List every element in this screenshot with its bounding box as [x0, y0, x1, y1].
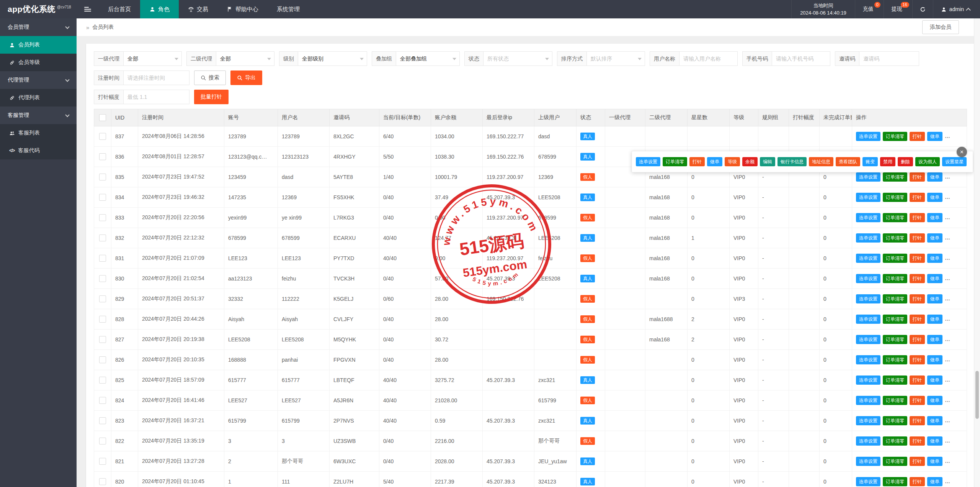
more-actions-button[interactable]: … — [945, 438, 951, 444]
more-actions-button[interactable]: … — [945, 275, 951, 281]
batch-needle-button[interactable]: 批量打针 — [194, 90, 229, 104]
action-button-订单清零[interactable]: 订单清零 — [883, 335, 907, 344]
popup-action-等级[interactable]: 等级 — [725, 157, 740, 166]
action-button-连单设置[interactable]: 连单设置 — [856, 436, 880, 446]
close-icon[interactable]: × — [957, 147, 967, 157]
action-button-打针[interactable]: 打针 — [910, 416, 925, 425]
filter-text-input[interactable]: 请输入手机号码 — [772, 52, 830, 66]
action-button-订单清零[interactable]: 订单清零 — [883, 193, 907, 202]
popup-action-余额[interactable]: 余额 — [742, 157, 758, 166]
sidebar-group-3[interactable]: 客服管理 — [0, 107, 77, 124]
action-button-连单设置[interactable]: 连单设置 — [856, 193, 880, 202]
more-actions-button[interactable]: … — [945, 356, 951, 362]
more-actions-button[interactable]: … — [945, 214, 951, 220]
action-button-订单清零[interactable]: 订单清零 — [883, 254, 907, 263]
sidebar-item-代理列表[interactable]: 代理列表 — [0, 89, 77, 107]
action-button-做单[interactable]: 做单 — [927, 396, 942, 405]
action-button-连单设置[interactable]: 连单设置 — [856, 213, 880, 222]
action-button-打针[interactable]: 打针 — [910, 436, 925, 446]
sidebar-group-1[interactable]: 会员管理 — [0, 18, 77, 36]
row-checkbox[interactable] — [99, 275, 106, 282]
action-button-订单清零[interactable]: 订单清零 — [883, 355, 907, 364]
scrollbar-thumb[interactable] — [975, 371, 979, 419]
admin-user-menu[interactable]: admin — [933, 0, 980, 18]
filter-select-value[interactable]: 全部 — [124, 52, 181, 66]
sidebar-item-客服列表[interactable]: 客服列表 — [0, 124, 77, 142]
action-button-做单[interactable]: 做单 — [927, 355, 942, 364]
hamburger-menu-icon[interactable] — [77, 0, 99, 18]
action-button-做单[interactable]: 做单 — [927, 193, 942, 202]
row-checkbox[interactable] — [99, 133, 106, 140]
action-button-做单[interactable]: 做单 — [927, 477, 942, 486]
filter-text-input[interactable]: 请输入用户名称 — [679, 52, 737, 66]
action-button-做单[interactable]: 做单 — [927, 254, 942, 263]
action-button-打针[interactable]: 打针 — [910, 375, 925, 385]
action-button-连单设置[interactable]: 连单设置 — [856, 335, 880, 344]
action-button-打针[interactable]: 打针 — [910, 193, 925, 202]
popup-action-编辑[interactable]: 编辑 — [760, 157, 775, 166]
nav-item-5[interactable]: 系统管理 — [268, 0, 309, 18]
popup-action-查看团队[interactable]: 查看团队 — [836, 157, 860, 166]
action-button-连单设置[interactable]: 连单设置 — [856, 233, 880, 243]
action-button-做单[interactable]: 做单 — [927, 416, 942, 425]
row-checkbox[interactable] — [99, 174, 106, 180]
filter-select-value[interactable]: 默认排序 — [587, 52, 645, 66]
action-button-打针[interactable]: 打针 — [910, 132, 925, 141]
row-checkbox[interactable] — [99, 336, 106, 343]
sidebar-item-会员等级[interactable]: 会员等级 — [0, 54, 77, 71]
row-checkbox[interactable] — [99, 377, 106, 384]
select-all-checkbox[interactable] — [99, 114, 106, 121]
row-checkbox[interactable] — [99, 194, 106, 201]
action-button-打针[interactable]: 打针 — [910, 254, 925, 263]
action-button-打针[interactable]: 打针 — [910, 335, 925, 344]
action-button-连单设置[interactable]: 连单设置 — [856, 375, 880, 385]
row-checkbox[interactable] — [99, 458, 106, 465]
nav-item-2[interactable]: 角色 — [140, 0, 179, 18]
more-actions-button[interactable]: … — [945, 234, 951, 241]
action-button-连单设置[interactable]: 连单设置 — [856, 254, 880, 263]
row-checkbox[interactable] — [99, 234, 106, 241]
action-button-做单[interactable]: 做单 — [927, 294, 942, 303]
more-actions-button[interactable]: … — [945, 478, 951, 484]
action-button-做单[interactable]: 做单 — [927, 233, 942, 243]
action-button-做单[interactable]: 做单 — [927, 436, 942, 446]
row-checkbox[interactable] — [99, 356, 106, 363]
action-button-订单清零[interactable]: 订单清零 — [883, 375, 907, 385]
more-actions-button[interactable]: … — [945, 194, 951, 200]
action-button-订单清零[interactable]: 订单清零 — [883, 396, 907, 405]
row-checkbox[interactable] — [99, 255, 106, 262]
popup-action-删除[interactable]: 删除 — [898, 157, 913, 166]
more-actions-button[interactable]: … — [945, 133, 951, 139]
popup-action-连单设置[interactable]: 连单设置 — [636, 157, 660, 166]
row-checkbox[interactable] — [99, 417, 106, 424]
popup-action-禁用[interactable]: 禁用 — [880, 157, 895, 166]
popup-action-订单清零[interactable]: 订单清零 — [663, 157, 687, 166]
action-button-打针[interactable]: 打针 — [910, 457, 925, 466]
popup-action-账变[interactable]: 账变 — [862, 157, 878, 166]
nav-item-1[interactable]: 后台首页 — [99, 0, 140, 18]
popup-action-打针[interactable]: 打针 — [689, 157, 705, 166]
nav-item-3[interactable]: 交易 — [179, 0, 217, 18]
action-button-连单设置[interactable]: 连单设置 — [856, 355, 880, 364]
row-checkbox[interactable] — [99, 316, 106, 323]
row-checkbox[interactable] — [99, 478, 106, 485]
action-button-打针[interactable]: 打针 — [910, 294, 925, 303]
action-button-打针[interactable]: 打针 — [910, 396, 925, 405]
filter-select-value[interactable]: 全部叠加组 — [396, 52, 459, 66]
more-actions-button[interactable]: … — [945, 458, 951, 464]
action-button-做单[interactable]: 做单 — [927, 213, 942, 222]
action-button-订单清零[interactable]: 订单清零 — [883, 233, 907, 243]
action-button-连单设置[interactable]: 连单设置 — [856, 172, 880, 182]
more-actions-button[interactable]: … — [945, 295, 951, 302]
action-button-订单清零[interactable]: 订单清零 — [883, 315, 907, 324]
export-button[interactable]: 导出 — [230, 71, 262, 85]
action-button-做单[interactable]: 做单 — [927, 335, 942, 344]
more-actions-button[interactable]: … — [945, 417, 951, 423]
action-button-连单设置[interactable]: 连单设置 — [856, 457, 880, 466]
more-actions-button[interactable]: … — [945, 377, 951, 383]
action-button-连单设置[interactable]: 连单设置 — [856, 416, 880, 425]
action-button-打针[interactable]: 打针 — [910, 355, 925, 364]
action-button-做单[interactable]: 做单 — [927, 172, 942, 182]
recharge-link[interactable]: 充值 0 — [855, 0, 884, 18]
add-member-button[interactable]: 添加会员 — [922, 20, 959, 34]
